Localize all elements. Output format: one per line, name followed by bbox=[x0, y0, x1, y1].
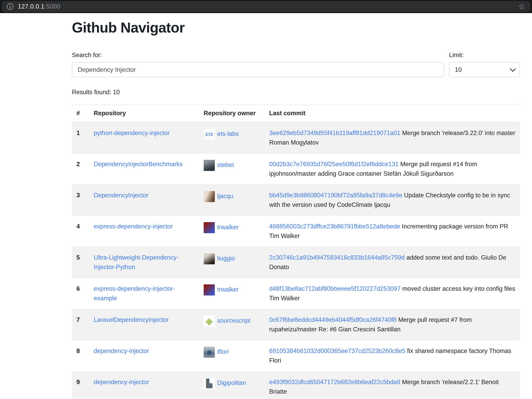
commit-hash-link[interactable]: 3ee629eb5d7349d55f41b119aff81dd219071a01 bbox=[269, 129, 400, 136]
repository-link[interactable]: Ultra-Lightweight-Dependency-Injector-Py… bbox=[94, 254, 178, 270]
table-row: 7 LaravelDependencyInjector ◈sourcescrip… bbox=[72, 309, 520, 340]
browser-chrome-bar: ⓘ 127.0.0.1:5000 ☆ bbox=[0, 0, 532, 13]
table-row: 2 DependencyInjectorBenchmarks stebet 00… bbox=[72, 153, 520, 185]
column-header-repository: Repository bbox=[89, 105, 199, 122]
url-host: 127.0.0.1 bbox=[18, 3, 44, 10]
table-row: 5 Ultra-Lightweight-Dependency-Injector-… bbox=[72, 247, 520, 278]
repository-link[interactable]: DependencyInjector bbox=[94, 192, 148, 199]
limit-label: Limit: bbox=[449, 52, 520, 59]
row-index: 1 bbox=[72, 122, 89, 153]
results-summary: Results found: 10 bbox=[72, 89, 520, 96]
owner-link[interactable]: sourcescript bbox=[217, 317, 250, 324]
table-header-row: # Repository Repository owner Last commi… bbox=[72, 105, 520, 122]
commit-hash-link[interactable]: e493f9032dfcd65047172b682e8b6eaf22c5bda9 bbox=[269, 379, 400, 386]
chevron-down-icon bbox=[510, 66, 516, 72]
search-input[interactable] bbox=[72, 62, 444, 77]
commit-hash-link[interactable]: 0c67f6be8eddcd4449eb4044f5df0ca26f4740f8 bbox=[269, 316, 396, 323]
row-index: 9 bbox=[72, 371, 89, 399]
repository-link[interactable]: express-dependency-injector-example bbox=[94, 285, 175, 302]
avatar-glyph: ETS bbox=[206, 132, 213, 136]
row-index: 3 bbox=[72, 185, 89, 216]
search-label: Search for: bbox=[72, 52, 444, 59]
repository-link[interactable]: DependencyInjectorBenchmarks bbox=[94, 161, 183, 168]
owner-link[interactable]: Digipolitan bbox=[217, 379, 246, 386]
limit-select[interactable]: 10 bbox=[449, 62, 520, 77]
results-table-body: 1 python-dependency-injector ETSets-labs… bbox=[72, 122, 520, 399]
repository-link[interactable]: python-dependency-injector bbox=[94, 129, 170, 136]
table-row: 6 express-dependency-injector-example tr… bbox=[72, 278, 520, 309]
row-index: 4 bbox=[72, 216, 89, 247]
table-row: 4 express-dependency-injector trwalker 4… bbox=[72, 216, 520, 247]
avatar bbox=[204, 253, 215, 264]
page-title: Github Navigator bbox=[72, 19, 520, 36]
owner-link[interactable]: stebet bbox=[217, 161, 234, 168]
avatar-glyph: ▙ bbox=[206, 379, 212, 387]
commit-hash-link[interactable]: 2c30746c1a91b4947583416c833b1644a85c759d bbox=[269, 254, 405, 261]
address-bar[interactable]: ⓘ 127.0.0.1:5000 ☆ bbox=[2, 1, 530, 12]
avatar: ETS bbox=[204, 129, 215, 140]
avatar bbox=[204, 284, 215, 295]
avatar-glyph: ◈ bbox=[206, 317, 213, 326]
avatar: ◉ bbox=[204, 347, 215, 358]
avatar bbox=[204, 222, 215, 233]
column-header-owner: Repository owner bbox=[199, 105, 265, 122]
url-port: :5000 bbox=[44, 3, 60, 10]
commit-hash-link[interactable]: 69105384b61032d000365ee737cd2523b260c8e5 bbox=[269, 347, 405, 354]
owner-link[interactable]: ets-labs bbox=[217, 130, 239, 137]
table-row: 1 python-dependency-injector ETSets-labs… bbox=[72, 122, 520, 153]
table-row: 8 dependency-injector ◉tflori 69105384b6… bbox=[72, 340, 520, 371]
owner-link[interactable]: trwalker bbox=[217, 286, 239, 293]
table-row: 9 dependency-injector ▙Digipolitan e493f… bbox=[72, 371, 520, 399]
avatar: ▙ bbox=[204, 378, 215, 389]
avatar bbox=[204, 191, 215, 202]
limit-selected-value: 10 bbox=[455, 66, 462, 73]
repository-link[interactable]: dependency-injector bbox=[94, 347, 149, 354]
row-index: 8 bbox=[72, 340, 89, 371]
commit-hash-link[interactable]: d48f13be8ac712abf80bbeeee5f120227d253097 bbox=[269, 285, 401, 292]
avatar bbox=[204, 160, 215, 171]
column-header-num: # bbox=[72, 105, 89, 122]
column-header-last-commit: Last commit bbox=[265, 105, 520, 122]
avatar: ◈ bbox=[204, 315, 215, 327]
site-info-icon[interactable]: ⓘ bbox=[7, 3, 13, 10]
page-container: Github Navigator Search for: Limit: 10 R… bbox=[72, 19, 520, 399]
bookmark-star-icon[interactable]: ☆ bbox=[518, 3, 525, 11]
repository-link[interactable]: dependency-injector bbox=[94, 379, 149, 386]
commit-hash-link[interactable]: bb45d9e3b98608047190bf72a95fa9a37d8c4e9e bbox=[269, 192, 402, 199]
commit-hash-link[interactable]: 468856003c273dffce23b86791fbbe512a8ebede bbox=[269, 223, 400, 230]
row-index: 6 bbox=[72, 278, 89, 309]
repository-link[interactable]: LaravelDependencyInjector bbox=[94, 316, 169, 323]
search-controls-row: Search for: Limit: 10 bbox=[72, 52, 520, 77]
owner-link[interactable]: liuggio bbox=[217, 255, 235, 262]
row-index: 5 bbox=[72, 247, 89, 278]
owner-link[interactable]: trwalker bbox=[217, 224, 239, 231]
results-table: # Repository Repository owner Last commi… bbox=[72, 105, 520, 399]
table-row: 3 DependencyInjector ljacqu bb45d9e3b986… bbox=[72, 185, 520, 216]
commit-hash-link[interactable]: 00d2b3c7e76935d76f25ee50f6d1f2ef6ddce131 bbox=[269, 161, 399, 168]
owner-link[interactable]: tflori bbox=[217, 348, 229, 355]
row-index: 2 bbox=[72, 153, 89, 185]
row-index: 7 bbox=[72, 309, 89, 340]
repository-link[interactable]: express-dependency-injector bbox=[94, 223, 173, 230]
owner-link[interactable]: ljacqu bbox=[217, 193, 233, 199]
avatar-glyph: ◉ bbox=[207, 349, 212, 355]
